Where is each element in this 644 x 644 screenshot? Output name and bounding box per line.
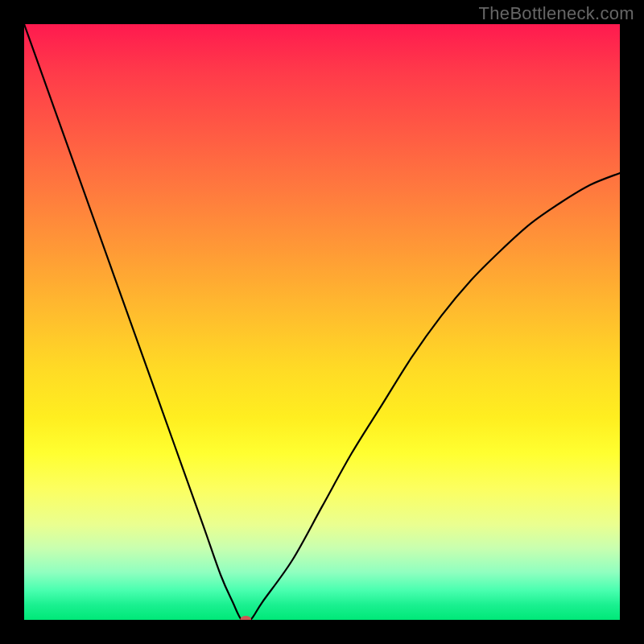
optimum-marker [240, 616, 251, 620]
curve-svg [24, 24, 620, 620]
watermark-text: TheBottleneck.com [479, 3, 634, 24]
plot-area [24, 24, 620, 620]
bottleneck-curve [24, 24, 620, 620]
chart-frame: TheBottleneck.com [0, 0, 644, 644]
